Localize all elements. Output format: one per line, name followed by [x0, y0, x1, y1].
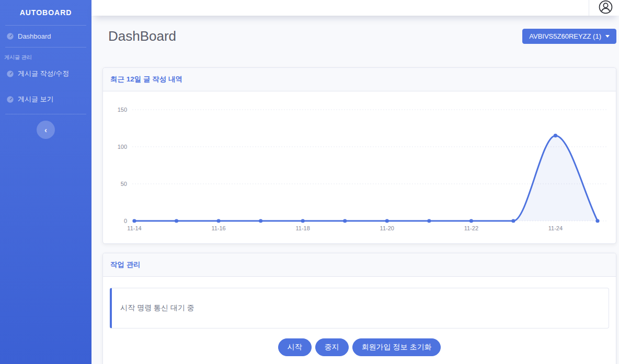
svg-text:50: 50	[121, 181, 127, 187]
sidebar-item-post-view[interactable]: 게시글 보기	[0, 88, 91, 111]
page-content: DashBoard AVBIVS5Z60REYZZ (1) 최근 12일 글 작…	[91, 16, 619, 364]
tachometer-icon	[6, 32, 14, 40]
svg-text:11-16: 11-16	[211, 225, 225, 231]
sidebar-collapse-area: ‹	[0, 114, 91, 139]
job-management-card: 작업 관리 시작 명령 통신 대기 중 시작 중지 회원가입 정보 초기화	[102, 253, 616, 364]
topbar-divider	[589, 0, 589, 16]
svg-text:150: 150	[118, 107, 127, 113]
sidebar-item-label: 게시글 보기	[18, 95, 54, 104]
sidebar-collapse-button[interactable]: ‹	[37, 121, 55, 139]
svg-text:11-24: 11-24	[548, 225, 563, 231]
main-area: DashBoard AVBIVS5Z60REYZZ (1) 최근 12일 글 작…	[91, 0, 619, 364]
svg-text:11-22: 11-22	[464, 225, 478, 231]
app-root: AUTOBOARD Dashboard 게시글 관리 게시글 작성/수정	[0, 0, 619, 364]
svg-text:100: 100	[118, 144, 127, 150]
brand-title[interactable]: AUTOBOARD	[0, 0, 91, 25]
user-avatar-icon	[599, 0, 613, 16]
sidebar-item-dashboard[interactable]: Dashboard	[0, 26, 91, 47]
sidebar: AUTOBOARD Dashboard 게시글 관리 게시글 작성/수정	[0, 0, 91, 364]
sidebar-section-heading: 게시글 관리	[0, 48, 91, 62]
sidebar-item-post-edit[interactable]: 게시글 작성/수정	[0, 62, 91, 85]
svg-text:11-20: 11-20	[380, 225, 394, 231]
chevron-left-icon: ‹	[44, 125, 47, 134]
topbar	[91, 0, 619, 16]
page-header: DashBoard AVBIVS5Z60REYZZ (1)	[102, 28, 616, 44]
account-dropdown-label: AVBIVS5Z60REYZZ (1)	[529, 32, 601, 40]
tachometer-icon	[6, 96, 14, 103]
job-status-message: 시작 명령 통신 대기 중	[120, 303, 194, 313]
account-dropdown-button[interactable]: AVBIVS5Z60REYZZ (1)	[522, 29, 616, 44]
job-card-title: 작업 관리	[103, 253, 616, 277]
start-button[interactable]: 시작	[278, 338, 312, 356]
job-buttons-row: 시작 중지 회원가입 정보 초기화	[110, 338, 609, 356]
job-status-box: 시작 명령 통신 대기 중	[110, 288, 609, 328]
recent-posts-chart-card: 최근 12일 글 작성 내역 05010015011-1411-1611-181…	[102, 67, 616, 244]
page-title: DashBoard	[108, 28, 176, 44]
job-card-body: 시작 명령 통신 대기 중 시작 중지 회원가입 정보 초기화	[103, 277, 616, 356]
sidebar-item-label: 게시글 작성/수정	[18, 69, 69, 78]
stop-button[interactable]: 중지	[315, 338, 349, 356]
svg-text:11-18: 11-18	[296, 225, 310, 231]
chevron-down-icon	[605, 35, 610, 38]
posts-line-chart: 05010015011-1411-1611-1811-2011-2211-24	[103, 91, 616, 243]
reset-signup-info-button[interactable]: 회원가입 정보 초기화	[352, 338, 441, 356]
chart-card-title: 최근 12일 글 작성 내역	[103, 68, 616, 91]
svg-text:11-14: 11-14	[127, 225, 141, 231]
sidebar-item-label: Dashboard	[18, 32, 51, 40]
tachometer-icon	[6, 70, 14, 78]
svg-text:0: 0	[124, 218, 127, 224]
user-menu-button[interactable]	[599, 0, 613, 16]
